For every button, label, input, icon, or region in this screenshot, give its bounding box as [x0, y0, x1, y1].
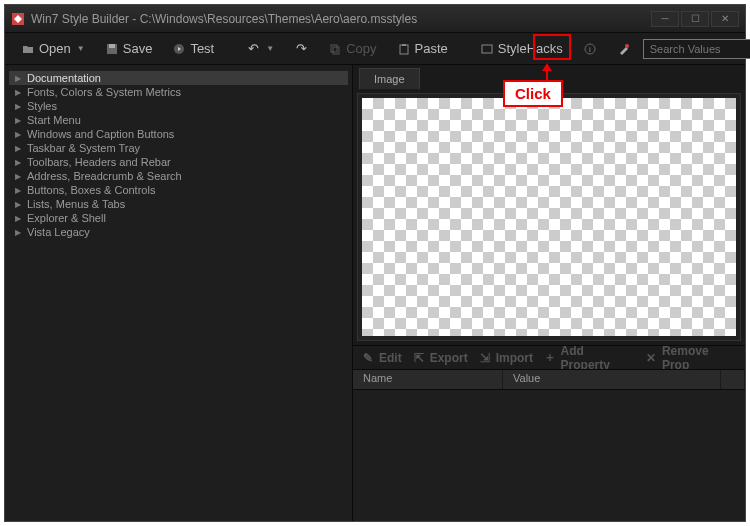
- remove-icon: ✕: [644, 351, 658, 365]
- tree-item[interactable]: ▶Toolbars, Headers and Rebar: [9, 155, 348, 169]
- tree-item-label: Address, Breadcrumb & Search: [27, 170, 182, 182]
- tree-item[interactable]: ▶Start Menu: [9, 113, 348, 127]
- column-value[interactable]: Value: [503, 370, 721, 389]
- chevron-right-icon: ▶: [15, 102, 23, 111]
- play-icon: [172, 42, 186, 56]
- window-controls: ─ ☐ ✕: [651, 11, 739, 27]
- add-property-button[interactable]: ＋Add Property: [543, 344, 634, 372]
- search-input[interactable]: [643, 39, 750, 59]
- info-button[interactable]: i: [575, 39, 605, 59]
- svg-rect-4: [331, 45, 337, 52]
- tree-item[interactable]: ▶Styles: [9, 99, 348, 113]
- property-toolbar: ✎Edit ⇱Export ⇲Import ＋Add Property ✕Rem…: [353, 345, 745, 369]
- maximize-button[interactable]: ☐: [681, 11, 709, 27]
- chevron-right-icon: ▶: [15, 130, 23, 139]
- test-label: Test: [190, 41, 214, 56]
- tabbar: Image: [353, 65, 745, 89]
- test-button[interactable]: Test: [164, 38, 222, 59]
- svg-text:i: i: [589, 45, 591, 54]
- tree-item-label: Windows and Caption Buttons: [27, 128, 174, 140]
- open-label: Open: [39, 41, 71, 56]
- tree-item[interactable]: ▶Windows and Caption Buttons: [9, 127, 348, 141]
- tree-item[interactable]: ▶Explorer & Shell: [9, 211, 348, 225]
- tree-item[interactable]: ▶Buttons, Boxes & Controls: [9, 183, 348, 197]
- tree-item-label: Documentation: [27, 72, 101, 84]
- info-icon: i: [583, 42, 597, 56]
- import-icon: ⇲: [478, 351, 492, 365]
- transparency-checker: [362, 98, 736, 336]
- undo-icon: ↶: [246, 42, 260, 56]
- svg-rect-7: [402, 44, 406, 46]
- sidebar-tree[interactable]: ▶Documentation▶Fonts, Colors & System Me…: [5, 65, 353, 521]
- chevron-right-icon: ▶: [15, 74, 23, 83]
- chevron-down-icon: ▼: [77, 44, 85, 53]
- import-button[interactable]: ⇲Import: [478, 351, 533, 365]
- chevron-right-icon: ▶: [15, 228, 23, 237]
- property-body[interactable]: [353, 390, 745, 521]
- minimize-button[interactable]: ─: [651, 11, 679, 27]
- undo-button[interactable]: ↶ ▼: [238, 39, 282, 59]
- paste-label: Paste: [415, 41, 448, 56]
- redo-icon: ↷: [294, 42, 308, 56]
- tree-item-label: Start Menu: [27, 114, 81, 126]
- tree-item-label: Fonts, Colors & System Metrics: [27, 86, 181, 98]
- tree-item[interactable]: ▶Lists, Menus & Tabs: [9, 197, 348, 211]
- right-panel: Image ✎Edit ⇱Export ⇲Import ＋Add Propert…: [353, 65, 745, 521]
- remove-property-button[interactable]: ✕Remove Prop: [644, 344, 737, 372]
- chevron-right-icon: ▶: [15, 214, 23, 223]
- save-button[interactable]: Save: [97, 38, 161, 59]
- edit-button[interactable]: ✎Edit: [361, 351, 402, 365]
- image-preview-panel[interactable]: [357, 93, 741, 341]
- close-button[interactable]: ✕: [711, 11, 739, 27]
- column-name[interactable]: Name: [353, 370, 503, 389]
- svg-rect-8: [482, 45, 492, 53]
- chevron-right-icon: ▶: [15, 116, 23, 125]
- tree-item-label: Buttons, Boxes & Controls: [27, 184, 155, 196]
- tree-item[interactable]: ▶Address, Breadcrumb & Search: [9, 169, 348, 183]
- svg-rect-5: [333, 47, 339, 54]
- stylehacks-button[interactable]: StyleHacks: [472, 38, 571, 59]
- tree-item[interactable]: ▶Fonts, Colors & System Metrics: [9, 85, 348, 99]
- tool-icon: [617, 42, 631, 56]
- tree-item-label: Taskbar & System Tray: [27, 142, 140, 154]
- titlebar[interactable]: Win7 Style Builder - C:\Windows\Resource…: [5, 5, 745, 33]
- window: Win7 Style Builder - C:\Windows\Resource…: [4, 4, 746, 522]
- save-icon: [105, 42, 119, 56]
- export-icon: ⇱: [412, 351, 426, 365]
- add-icon: ＋: [543, 351, 557, 365]
- tree-item-label: Styles: [27, 100, 57, 112]
- export-button[interactable]: ⇱Export: [412, 351, 468, 365]
- tree-item[interactable]: ▶Vista Legacy: [9, 225, 348, 239]
- paste-button[interactable]: Paste: [389, 38, 456, 59]
- copy-label: Copy: [346, 41, 376, 56]
- tree-item-label: Lists, Menus & Tabs: [27, 198, 125, 210]
- chevron-right-icon: ▶: [15, 186, 23, 195]
- save-label: Save: [123, 41, 153, 56]
- property-table: Name Value: [353, 369, 745, 521]
- open-icon: [21, 42, 35, 56]
- tree-item[interactable]: ▶Documentation: [9, 71, 348, 85]
- copy-button[interactable]: Copy: [320, 38, 384, 59]
- tree-item-label: Vista Legacy: [27, 226, 90, 238]
- chevron-right-icon: ▶: [15, 158, 23, 167]
- svg-rect-6: [400, 45, 408, 54]
- chevron-right-icon: ▶: [15, 144, 23, 153]
- svg-point-11: [625, 44, 629, 48]
- chevron-right-icon: ▶: [15, 200, 23, 209]
- main-area: ▶Documentation▶Fonts, Colors & System Me…: [5, 65, 745, 521]
- copy-icon: [328, 42, 342, 56]
- stylehacks-icon: [480, 42, 494, 56]
- app-icon: [11, 12, 25, 26]
- chevron-right-icon: ▶: [15, 88, 23, 97]
- edit-icon: ✎: [361, 351, 375, 365]
- property-header: Name Value: [353, 370, 745, 390]
- column-extra[interactable]: [721, 370, 745, 389]
- tree-item-label: Explorer & Shell: [27, 212, 106, 224]
- tree-item[interactable]: ▶Taskbar & System Tray: [9, 141, 348, 155]
- tab-image[interactable]: Image: [359, 68, 420, 89]
- chevron-down-icon: ▼: [266, 44, 274, 53]
- open-button[interactable]: Open ▼: [13, 38, 93, 59]
- tool-button[interactable]: [609, 39, 639, 59]
- redo-button[interactable]: ↷: [286, 39, 316, 59]
- window-title: Win7 Style Builder - C:\Windows\Resource…: [31, 12, 651, 26]
